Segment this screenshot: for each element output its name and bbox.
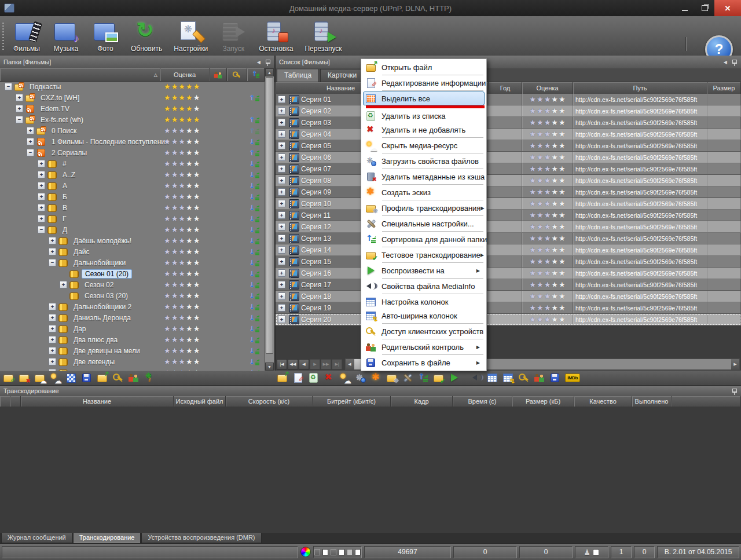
folder-edit-icon[interactable] [3, 372, 14, 383]
collapse-icon[interactable]: − [38, 226, 45, 233]
expand-icon[interactable]: + [278, 96, 285, 103]
rating-stars[interactable]: ★★★★★ [522, 105, 573, 116]
tree-item[interactable]: −Сезон 01 (20)★★★★★↓ [0, 268, 265, 279]
list-row[interactable]: +Серия 06★★★★★http://cdn.ex-fs.net/seria… [276, 152, 741, 163]
expand-icon[interactable]: + [38, 193, 45, 200]
collapse-icon[interactable]: − [5, 83, 12, 90]
parental-control-column-header[interactable] [210, 68, 227, 81]
list-row[interactable]: +Серия 09★★★★★http://cdn.ex-fs.net/seria… [276, 186, 741, 198]
tree-item[interactable]: +В★★★★★↓ [0, 202, 265, 213]
context-menu-item[interactable]: Воспроизвести на▶ [363, 263, 485, 277]
expand-icon[interactable]: + [60, 281, 67, 288]
transcoding-column-5[interactable]: Битрейт (кБит/с) [313, 396, 391, 407]
pin-icon[interactable] [265, 58, 271, 66]
rating-stars[interactable]: ★★★★★ [164, 312, 200, 323]
list-row[interactable]: +Серия 10★★★★★http://cdn.ex-fs.net/seria… [276, 198, 741, 210]
expand-icon[interactable]: + [278, 188, 285, 196]
expand-icon[interactable]: + [278, 165, 285, 173]
rating-stars[interactable]: ★★★★★ [164, 202, 200, 213]
list-row[interactable]: +Серия 16★★★★★http://cdn.ex-fs.net/seria… [276, 268, 741, 279]
rating-stars[interactable]: ★★★★★ [164, 125, 200, 136]
tree-name-column-header[interactable]: △ [0, 68, 160, 81]
expand-icon[interactable]: + [278, 223, 285, 230]
tree-item[interactable]: +А★★★★★↓ [0, 180, 265, 191]
sort-icon[interactable] [417, 372, 429, 383]
table-zap-icon[interactable] [502, 372, 514, 383]
context-menu-item[interactable]: Выделить все [363, 91, 485, 105]
expand-icon[interactable]: + [278, 153, 285, 161]
folder-x-icon[interactable] [19, 372, 30, 383]
transcoding-column-7[interactable]: Время (с) [453, 396, 512, 407]
burst-icon[interactable] [370, 372, 382, 383]
expand-icon[interactable]: + [278, 235, 285, 242]
expand-icon[interactable]: + [38, 215, 45, 222]
toolbar-button-films[interactable]: Фильмы [7, 19, 46, 54]
toolbar-button-refresh[interactable]: Обновить [125, 19, 168, 54]
list-row[interactable]: +Серия 04★★★★★http://cdn.ex-fs.net/seria… [276, 129, 741, 140]
column-header-path[interactable]: Путь [573, 82, 707, 94]
tree-item[interactable]: −Ex-fs.net (wh)★★★★★↑ [0, 114, 265, 125]
rating-stars[interactable]: ★★★★★ [164, 147, 200, 158]
list-row[interactable]: +Серия 17★★★★★http://cdn.ex-fs.net/seria… [276, 279, 741, 291]
collapse-icon[interactable]: − [49, 259, 56, 266]
rating-stars[interactable]: ★★★★★ [164, 224, 200, 235]
nav-button-0[interactable]: |◀ [277, 359, 287, 369]
expand-icon[interactable]: + [278, 211, 285, 219]
tree-item[interactable]: +Сезон 02★★★★★↓ [0, 279, 265, 290]
rating-stars[interactable]: ★★★★★ [522, 186, 573, 197]
expand-icon[interactable]: + [38, 182, 45, 189]
context-menu-item[interactable]: Доступ клиентских устройств [363, 324, 485, 338]
expand-icon[interactable]: + [278, 119, 285, 126]
list-row[interactable]: +Серия 15★★★★★http://cdn.ex-fs.net/seria… [276, 256, 741, 268]
list-row[interactable]: +Серия 03★★★★★http://cdn.ex-fs.net/seria… [276, 117, 741, 129]
rating-stars[interactable]: ★★★★★ [164, 180, 200, 191]
tree-item[interactable]: −Дальнобойщики★★★★★↓ [0, 257, 265, 268]
tree-item[interactable]: +1 Фильмы - Последние поступления★★★★★↓ [0, 136, 265, 147]
rating-stars[interactable]: ★★★★★ [164, 92, 200, 103]
color-wheel-icon[interactable] [300, 547, 311, 557]
scroll-down-icon[interactable]: ▼ [265, 363, 274, 371]
context-menu-item[interactable]: Настройка колонок [363, 295, 485, 309]
rating-stars[interactable]: ★★★★★ [522, 233, 573, 244]
rating-stars[interactable]: ★★★★★ [522, 117, 573, 128]
expand-icon[interactable]: + [16, 94, 23, 101]
expand-icon[interactable]: + [278, 258, 285, 265]
folder-cloud-icon[interactable] [34, 372, 46, 383]
rating-stars[interactable]: ★★★★★ [164, 257, 200, 268]
folder-check-icon[interactable] [433, 372, 445, 383]
tree-item[interactable]: −2 Сериалы★★★★★↑ [0, 147, 265, 158]
tree-item[interactable]: +Г★★★★★↓ [0, 213, 265, 224]
context-menu-item[interactable]: Родительский контроль▶ [363, 340, 485, 354]
rating-stars[interactable]: ★★★★★ [164, 246, 200, 257]
column-header-rating[interactable]: Оценка [522, 82, 573, 94]
tab-cards[interactable]: Карточки [320, 69, 364, 82]
context-menu-item[interactable]: Редактирование информации [363, 76, 485, 90]
expand-icon[interactable]: + [278, 130, 285, 138]
rating-stars[interactable]: ★★★★★ [522, 175, 573, 186]
context-menu-item[interactable]: Сортировка для данной папки [363, 232, 485, 246]
rating-stars[interactable]: ★★★★★ [522, 244, 573, 255]
expand-icon[interactable]: + [38, 204, 45, 211]
people-icon[interactable] [128, 372, 140, 383]
weather-icon[interactable] [339, 372, 351, 383]
tree-item[interactable]: +Два плюс два★★★★★↓ [0, 334, 265, 345]
list-row[interactable]: +Серия 05★★★★★http://cdn.ex-fs.net/seria… [276, 140, 741, 152]
rating-stars[interactable]: ★★★★★ [522, 291, 573, 302]
rating-stars[interactable]: ★★★★★ [522, 256, 573, 267]
tab-message-log[interactable]: Журнал сообщений [1, 533, 72, 543]
transcoding-column-6[interactable]: Кадр [391, 396, 453, 407]
close-button[interactable]: ✕ [714, 0, 741, 16]
rating-stars[interactable]: ★★★★★ [164, 279, 200, 290]
context-menu-item[interactable]: Скрыть медиа-ресурс [363, 138, 485, 152]
expand-icon[interactable]: + [49, 303, 56, 310]
list-row[interactable]: +Серия 18★★★★★http://cdn.ex-fs.net/seria… [276, 291, 741, 302]
list-row[interactable]: +Серия 11★★★★★http://cdn.ex-fs.net/seria… [276, 210, 741, 221]
save-icon[interactable] [81, 372, 93, 383]
tree-item[interactable]: +Даниэль Деронда★★★★★↓ [0, 312, 265, 323]
expand-icon[interactable]: + [16, 105, 23, 112]
rating-stars[interactable]: ★★★★★ [164, 169, 200, 180]
tab-playback-devices[interactable]: Устройства воспроизведения (DMR) [141, 533, 261, 543]
weather-icon[interactable] [50, 372, 61, 383]
tree-item[interactable]: +Б★★★★★↓ [0, 191, 265, 202]
list-row[interactable]: +Серия 07★★★★★http://cdn.ex-fs.net/seria… [276, 163, 741, 175]
